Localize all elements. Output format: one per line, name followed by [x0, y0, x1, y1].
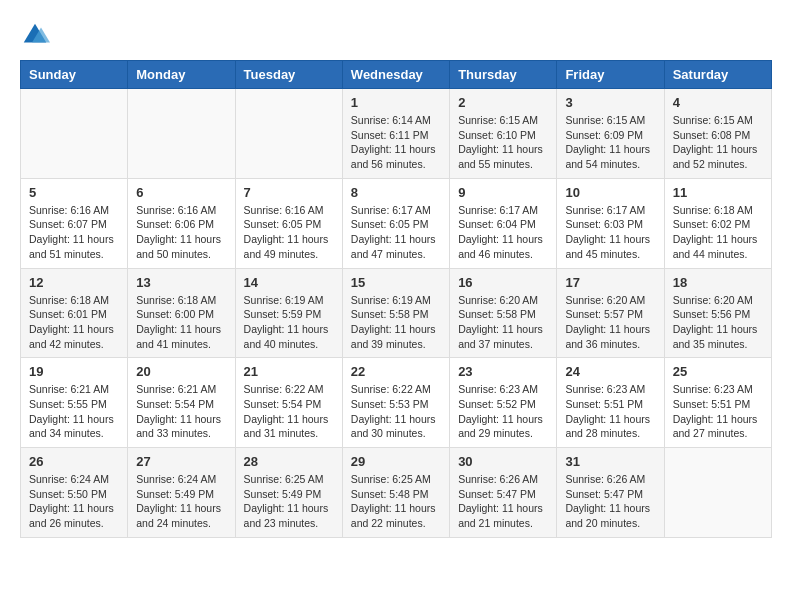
- calendar-cell: 29Sunrise: 6:25 AM Sunset: 5:48 PM Dayli…: [342, 448, 449, 538]
- calendar-cell: 5Sunrise: 6:16 AM Sunset: 6:07 PM Daylig…: [21, 178, 128, 268]
- day-number: 21: [244, 364, 334, 379]
- day-number: 8: [351, 185, 441, 200]
- day-number: 31: [565, 454, 655, 469]
- calendar-cell: 28Sunrise: 6:25 AM Sunset: 5:49 PM Dayli…: [235, 448, 342, 538]
- calendar-cell: 8Sunrise: 6:17 AM Sunset: 6:05 PM Daylig…: [342, 178, 449, 268]
- day-number: 25: [673, 364, 763, 379]
- calendar-cell: 4Sunrise: 6:15 AM Sunset: 6:08 PM Daylig…: [664, 89, 771, 179]
- calendar-cell: 30Sunrise: 6:26 AM Sunset: 5:47 PM Dayli…: [450, 448, 557, 538]
- day-info: Sunrise: 6:25 AM Sunset: 5:48 PM Dayligh…: [351, 472, 441, 531]
- calendar-cell: 6Sunrise: 6:16 AM Sunset: 6:06 PM Daylig…: [128, 178, 235, 268]
- day-number: 10: [565, 185, 655, 200]
- calendar-cell: 31Sunrise: 6:26 AM Sunset: 5:47 PM Dayli…: [557, 448, 664, 538]
- day-info: Sunrise: 6:24 AM Sunset: 5:50 PM Dayligh…: [29, 472, 119, 531]
- calendar-cell: 2Sunrise: 6:15 AM Sunset: 6:10 PM Daylig…: [450, 89, 557, 179]
- calendar-cell: 3Sunrise: 6:15 AM Sunset: 6:09 PM Daylig…: [557, 89, 664, 179]
- calendar-table: SundayMondayTuesdayWednesdayThursdayFrid…: [20, 60, 772, 538]
- calendar-cell: 15Sunrise: 6:19 AM Sunset: 5:58 PM Dayli…: [342, 268, 449, 358]
- day-number: 26: [29, 454, 119, 469]
- day-info: Sunrise: 6:16 AM Sunset: 6:07 PM Dayligh…: [29, 203, 119, 262]
- day-number: 4: [673, 95, 763, 110]
- day-number: 1: [351, 95, 441, 110]
- day-header-wednesday: Wednesday: [342, 61, 449, 89]
- day-info: Sunrise: 6:23 AM Sunset: 5:52 PM Dayligh…: [458, 382, 548, 441]
- day-header-sunday: Sunday: [21, 61, 128, 89]
- calendar-cell: 18Sunrise: 6:20 AM Sunset: 5:56 PM Dayli…: [664, 268, 771, 358]
- day-header-tuesday: Tuesday: [235, 61, 342, 89]
- day-info: Sunrise: 6:22 AM Sunset: 5:54 PM Dayligh…: [244, 382, 334, 441]
- calendar-cell: 9Sunrise: 6:17 AM Sunset: 6:04 PM Daylig…: [450, 178, 557, 268]
- day-info: Sunrise: 6:18 AM Sunset: 6:00 PM Dayligh…: [136, 293, 226, 352]
- day-info: Sunrise: 6:21 AM Sunset: 5:55 PM Dayligh…: [29, 382, 119, 441]
- calendar-cell: 25Sunrise: 6:23 AM Sunset: 5:51 PM Dayli…: [664, 358, 771, 448]
- day-number: 11: [673, 185, 763, 200]
- calendar-week-row: 19Sunrise: 6:21 AM Sunset: 5:55 PM Dayli…: [21, 358, 772, 448]
- day-info: Sunrise: 6:18 AM Sunset: 6:01 PM Dayligh…: [29, 293, 119, 352]
- day-info: Sunrise: 6:15 AM Sunset: 6:10 PM Dayligh…: [458, 113, 548, 172]
- day-info: Sunrise: 6:20 AM Sunset: 5:56 PM Dayligh…: [673, 293, 763, 352]
- day-number: 22: [351, 364, 441, 379]
- day-info: Sunrise: 6:24 AM Sunset: 5:49 PM Dayligh…: [136, 472, 226, 531]
- day-number: 23: [458, 364, 548, 379]
- day-info: Sunrise: 6:15 AM Sunset: 6:09 PM Dayligh…: [565, 113, 655, 172]
- day-info: Sunrise: 6:14 AM Sunset: 6:11 PM Dayligh…: [351, 113, 441, 172]
- day-info: Sunrise: 6:25 AM Sunset: 5:49 PM Dayligh…: [244, 472, 334, 531]
- day-number: 3: [565, 95, 655, 110]
- calendar-cell: [21, 89, 128, 179]
- day-info: Sunrise: 6:15 AM Sunset: 6:08 PM Dayligh…: [673, 113, 763, 172]
- calendar-cell: 23Sunrise: 6:23 AM Sunset: 5:52 PM Dayli…: [450, 358, 557, 448]
- day-info: Sunrise: 6:26 AM Sunset: 5:47 PM Dayligh…: [565, 472, 655, 531]
- day-info: Sunrise: 6:16 AM Sunset: 6:05 PM Dayligh…: [244, 203, 334, 262]
- calendar-week-row: 1Sunrise: 6:14 AM Sunset: 6:11 PM Daylig…: [21, 89, 772, 179]
- day-info: Sunrise: 6:22 AM Sunset: 5:53 PM Dayligh…: [351, 382, 441, 441]
- calendar-cell: [235, 89, 342, 179]
- calendar-cell: 10Sunrise: 6:17 AM Sunset: 6:03 PM Dayli…: [557, 178, 664, 268]
- day-info: Sunrise: 6:16 AM Sunset: 6:06 PM Dayligh…: [136, 203, 226, 262]
- calendar-cell: 21Sunrise: 6:22 AM Sunset: 5:54 PM Dayli…: [235, 358, 342, 448]
- day-info: Sunrise: 6:23 AM Sunset: 5:51 PM Dayligh…: [565, 382, 655, 441]
- day-number: 17: [565, 275, 655, 290]
- day-info: Sunrise: 6:23 AM Sunset: 5:51 PM Dayligh…: [673, 382, 763, 441]
- day-info: Sunrise: 6:17 AM Sunset: 6:03 PM Dayligh…: [565, 203, 655, 262]
- calendar-cell: 24Sunrise: 6:23 AM Sunset: 5:51 PM Dayli…: [557, 358, 664, 448]
- day-info: Sunrise: 6:19 AM Sunset: 5:58 PM Dayligh…: [351, 293, 441, 352]
- day-number: 20: [136, 364, 226, 379]
- calendar-header-row: SundayMondayTuesdayWednesdayThursdayFrid…: [21, 61, 772, 89]
- day-number: 18: [673, 275, 763, 290]
- calendar-cell: 13Sunrise: 6:18 AM Sunset: 6:00 PM Dayli…: [128, 268, 235, 358]
- calendar-cell: 16Sunrise: 6:20 AM Sunset: 5:58 PM Dayli…: [450, 268, 557, 358]
- day-number: 28: [244, 454, 334, 469]
- calendar-cell: [128, 89, 235, 179]
- day-info: Sunrise: 6:20 AM Sunset: 5:58 PM Dayligh…: [458, 293, 548, 352]
- day-number: 9: [458, 185, 548, 200]
- day-number: 7: [244, 185, 334, 200]
- day-info: Sunrise: 6:19 AM Sunset: 5:59 PM Dayligh…: [244, 293, 334, 352]
- calendar-cell: 14Sunrise: 6:19 AM Sunset: 5:59 PM Dayli…: [235, 268, 342, 358]
- day-number: 13: [136, 275, 226, 290]
- day-number: 14: [244, 275, 334, 290]
- day-number: 15: [351, 275, 441, 290]
- calendar-cell: 11Sunrise: 6:18 AM Sunset: 6:02 PM Dayli…: [664, 178, 771, 268]
- day-info: Sunrise: 6:18 AM Sunset: 6:02 PM Dayligh…: [673, 203, 763, 262]
- calendar-week-row: 5Sunrise: 6:16 AM Sunset: 6:07 PM Daylig…: [21, 178, 772, 268]
- calendar-week-row: 26Sunrise: 6:24 AM Sunset: 5:50 PM Dayli…: [21, 448, 772, 538]
- day-info: Sunrise: 6:20 AM Sunset: 5:57 PM Dayligh…: [565, 293, 655, 352]
- calendar-cell: [664, 448, 771, 538]
- logo-icon: [20, 20, 50, 50]
- calendar-week-row: 12Sunrise: 6:18 AM Sunset: 6:01 PM Dayli…: [21, 268, 772, 358]
- day-number: 29: [351, 454, 441, 469]
- calendar-cell: 20Sunrise: 6:21 AM Sunset: 5:54 PM Dayli…: [128, 358, 235, 448]
- day-number: 24: [565, 364, 655, 379]
- day-header-thursday: Thursday: [450, 61, 557, 89]
- calendar-cell: 19Sunrise: 6:21 AM Sunset: 5:55 PM Dayli…: [21, 358, 128, 448]
- day-info: Sunrise: 6:17 AM Sunset: 6:04 PM Dayligh…: [458, 203, 548, 262]
- day-header-saturday: Saturday: [664, 61, 771, 89]
- day-number: 27: [136, 454, 226, 469]
- day-number: 2: [458, 95, 548, 110]
- day-header-friday: Friday: [557, 61, 664, 89]
- page-header: [20, 20, 772, 50]
- day-info: Sunrise: 6:21 AM Sunset: 5:54 PM Dayligh…: [136, 382, 226, 441]
- day-info: Sunrise: 6:17 AM Sunset: 6:05 PM Dayligh…: [351, 203, 441, 262]
- day-number: 16: [458, 275, 548, 290]
- logo: [20, 20, 54, 50]
